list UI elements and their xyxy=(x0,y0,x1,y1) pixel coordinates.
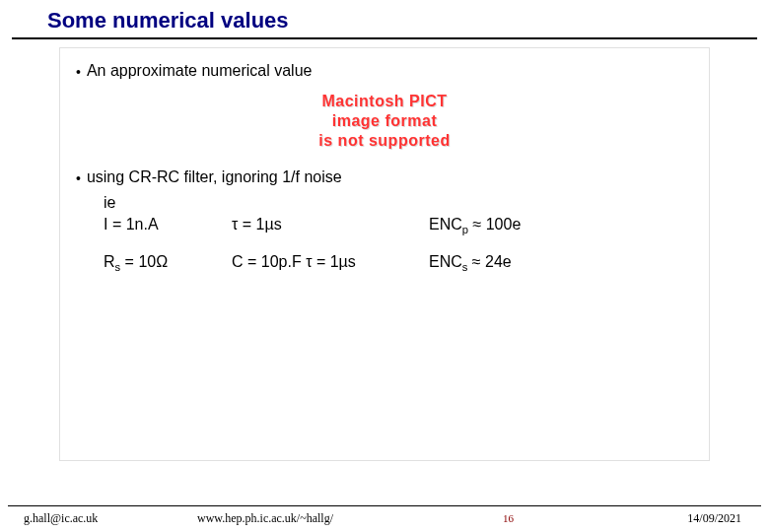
footer-date: 14/09/2021 xyxy=(687,511,741,526)
missing-image-placeholder: Macintosh PICT image format is not suppo… xyxy=(76,92,693,151)
slide-title: Some numerical values xyxy=(47,8,769,33)
footer: g.hall@ic.ac.uk www.hep.ph.ic.ac.uk/~hal… xyxy=(0,508,769,528)
l2-col1: Rs = 10Ω xyxy=(104,253,232,273)
slide: Some numerical values • An approximate n… xyxy=(0,0,769,532)
content-box: • An approximate numerical value Macinto… xyxy=(59,47,710,461)
footer-email: g.hall@ic.ac.uk xyxy=(24,511,98,526)
l1-col3: ENCp ≈ 100e xyxy=(429,216,606,235)
pict-error-text: Macintosh PICT image format is not suppo… xyxy=(318,92,450,151)
example-line-1: I = 1n.A τ = 1µs ENCp ≈ 100e xyxy=(76,216,693,235)
bullet-1: • An approximate numerical value xyxy=(76,62,693,82)
example-line-2: Rs = 10Ω C = 10p.F τ = 1µs ENCs ≈ 24e xyxy=(76,253,693,273)
footer-page-number: 16 xyxy=(503,512,514,524)
l2-col2: C = 10p.F τ = 1µs xyxy=(232,253,429,273)
l1-col2: τ = 1µs xyxy=(232,216,429,235)
bullet-2-text: using CR-RC filter, ignoring 1/f noise xyxy=(87,168,342,186)
bullet-dot-icon: • xyxy=(76,62,81,82)
footer-divider xyxy=(8,505,761,506)
bullet-dot-icon: • xyxy=(76,168,81,188)
bullet-2: • using CR-RC filter, ignoring 1/f noise xyxy=(76,168,693,188)
ie-row: ie xyxy=(76,194,693,212)
l2-col3: ENCs ≈ 24e xyxy=(429,253,606,273)
bullet-1-text: An approximate numerical value xyxy=(87,62,313,80)
title-area: Some numerical values xyxy=(0,0,769,33)
ie-text: ie xyxy=(104,194,115,212)
footer-url: www.hep.ph.ic.ac.uk/~hallg/ xyxy=(197,511,333,526)
title-underline xyxy=(12,37,757,39)
l1-col1: I = 1n.A xyxy=(104,216,232,235)
